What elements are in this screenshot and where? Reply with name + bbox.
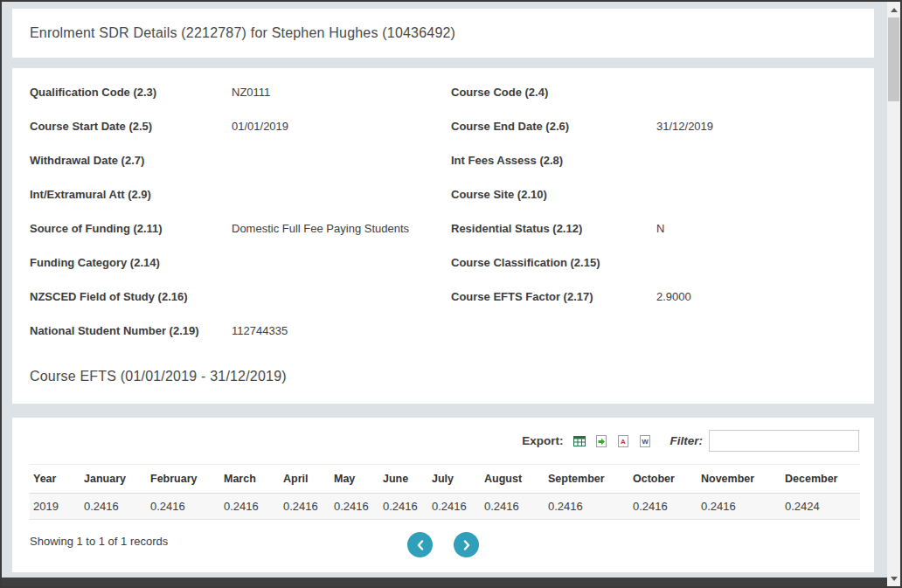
course-end-date-value: 31/12/2019 xyxy=(656,120,857,133)
filter-input[interactable] xyxy=(709,430,859,452)
course-efts-factor-label: Course EFTS Factor (2.17) xyxy=(451,290,656,303)
column-header-december: December xyxy=(781,465,860,494)
title-panel: Enrolment SDR Details (2212787) for Step… xyxy=(12,9,874,58)
course-code-label: Course Code (2.4) xyxy=(451,86,656,99)
cell: 0.2416 xyxy=(147,494,220,520)
withdrawal-date-label: Withdrawal Date (2.7) xyxy=(30,154,232,167)
chevron-left-icon xyxy=(416,540,425,550)
course-efts-factor-value: 2.9000 xyxy=(656,290,857,303)
cell: 0.2416 xyxy=(545,494,629,520)
detail-row: Source of Funding (2.11) Domestic Full F… xyxy=(30,211,857,246)
qualification-code-value: NZ0111 xyxy=(232,86,451,99)
column-header-august: August xyxy=(481,465,545,494)
scroll-down-button[interactable] xyxy=(887,571,900,585)
export-csv-button[interactable] xyxy=(593,433,609,449)
column-header-october: October xyxy=(629,465,697,494)
detail-row: NZSCED Field of Study (2.16) Course EFTS… xyxy=(30,280,857,314)
column-header-november: November xyxy=(697,465,781,494)
detail-row: National Student Number (2.19) 112744335 xyxy=(30,314,857,348)
int-fees-assess-label: Int Fees Assess (2.8) xyxy=(451,154,656,167)
page-content: Enrolment SDR Details (2212787) for Step… xyxy=(2,2,887,586)
column-header-january: January xyxy=(80,465,147,494)
pdf-icon: A xyxy=(616,434,630,448)
cell: 0.2416 xyxy=(80,494,147,520)
scroll-down-arrow-icon xyxy=(891,577,898,581)
excel-grid-icon xyxy=(572,434,586,448)
cell: 0.2416 xyxy=(280,494,330,520)
national-student-number-value: 112744335 xyxy=(232,324,451,337)
word-icon: W xyxy=(638,434,652,448)
svg-text:A: A xyxy=(621,438,627,446)
cell: 0.2416 xyxy=(428,494,481,520)
export-word-button[interactable]: W xyxy=(637,433,653,449)
column-header-year: Year xyxy=(30,465,80,494)
column-header-july: July xyxy=(428,465,481,494)
course-site-label: Course Site (2.10) xyxy=(451,188,656,201)
scrollbar-thumb[interactable] xyxy=(888,17,899,101)
table-row: 2019 0.2416 0.2416 0.2416 0.2416 0.2416 … xyxy=(30,494,860,520)
chevron-right-icon xyxy=(462,540,471,550)
cell: 0.2416 xyxy=(379,494,428,520)
next-page-button[interactable] xyxy=(454,532,479,557)
course-efts-table: Year January February March April May Ju… xyxy=(30,464,860,520)
national-student-number-label: National Student Number (2.19) xyxy=(30,324,232,337)
course-efts-heading: Course EFTS (01/01/2019 - 31/12/2019) xyxy=(30,369,857,384)
column-header-june: June xyxy=(379,465,428,494)
detail-row: Withdrawal Date (2.7) Int Fees Assess (2… xyxy=(30,143,857,177)
prev-page-button[interactable] xyxy=(407,532,433,557)
cell: 0.2424 xyxy=(781,494,860,520)
export-excel-button[interactable] xyxy=(572,433,587,449)
pagination xyxy=(12,532,874,557)
source-of-funding-value: Domestic Full Fee Paying Students xyxy=(232,222,451,235)
excel-export-icon xyxy=(594,434,608,448)
app-window: Enrolment SDR Details (2212787) for Step… xyxy=(0,0,902,588)
qualification-code-label: Qualification Code (2.3) xyxy=(30,86,232,99)
vertical-scrollbar[interactable] xyxy=(887,2,900,586)
export-pdf-button[interactable]: A xyxy=(615,433,631,449)
int-extramural-att-label: Int/Extramural Att (2.9) xyxy=(30,188,232,201)
course-end-date-label: Course End Date (2.6) xyxy=(451,120,656,133)
export-label: Export: xyxy=(522,434,563,447)
source-of-funding-label: Source of Funding (2.11) xyxy=(30,222,232,235)
enrolment-details-panel: Qualification Code (2.3) NZ0111 Course C… xyxy=(12,68,874,404)
column-header-april: April xyxy=(280,465,330,494)
cell: 0.2416 xyxy=(330,494,379,520)
column-header-march: March xyxy=(220,465,280,494)
course-efts-panel: Export: xyxy=(12,418,874,572)
detail-row: Course Start Date (2.5) 01/01/2019 Cours… xyxy=(30,109,857,143)
course-start-date-value: 01/01/2019 xyxy=(232,120,451,133)
nzsced-field-of-study-label: NZSCED Field of Study (2.16) xyxy=(30,290,232,303)
cell: 0.2416 xyxy=(220,494,280,520)
svg-text:W: W xyxy=(642,438,649,446)
page-title: Enrolment SDR Details (2212787) for Step… xyxy=(30,25,455,41)
residential-status-label: Residential Status (2.12) xyxy=(451,222,656,235)
filter-label: Filter: xyxy=(670,434,703,447)
detail-row: Qualification Code (2.3) NZ0111 Course C… xyxy=(30,75,857,109)
column-header-february: February xyxy=(147,465,220,494)
year-cell: 2019 xyxy=(30,494,80,520)
course-start-date-label: Course Start Date (2.5) xyxy=(30,120,232,133)
course-classification-label: Course Classification (2.15) xyxy=(451,256,656,269)
table-toolbar: Export: xyxy=(12,418,874,452)
cell: 0.2416 xyxy=(481,494,545,520)
cell: 0.2416 xyxy=(697,494,781,520)
scroll-up-arrow-icon xyxy=(891,8,898,12)
residential-status-value: N xyxy=(656,222,857,235)
scroll-up-button[interactable] xyxy=(887,3,900,17)
detail-row: Funding Category (2.14) Course Classific… xyxy=(30,246,857,280)
cell: 0.2416 xyxy=(629,494,697,520)
bottom-bar xyxy=(2,578,887,586)
table-header-row: Year January February March April May Ju… xyxy=(30,465,860,494)
funding-category-label: Funding Category (2.14) xyxy=(30,256,232,269)
column-header-september: September xyxy=(545,465,629,494)
detail-row: Int/Extramural Att (2.9) Course Site (2.… xyxy=(30,177,857,211)
column-header-may: May xyxy=(330,465,379,494)
